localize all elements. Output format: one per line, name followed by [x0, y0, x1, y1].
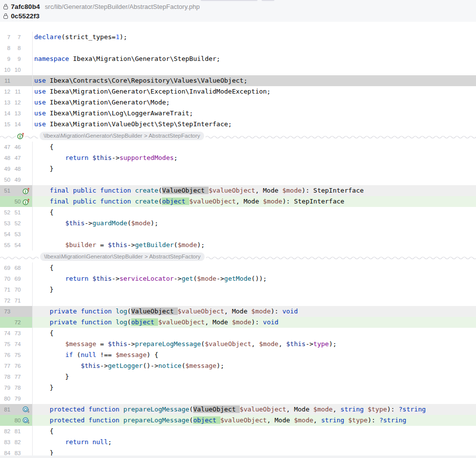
- line-number-old: 78: [0, 371, 10, 382]
- line-number-old: 8: [0, 43, 10, 53]
- gutter: 5352: [0, 218, 33, 229]
- diff-row-context[interactable]: 7574 $message = $this->prepareLogMessage…: [0, 339, 476, 350]
- code-line[interactable]: private function log(ValueObject $valueO…: [33, 306, 476, 317]
- code-line[interactable]: [33, 229, 476, 240]
- diff-row-context[interactable]: 7069 return $this->serviceLocator->get($…: [0, 273, 476, 284]
- diff-row-context[interactable]: 4948 }: [0, 163, 476, 174]
- code-line[interactable]: return $this->supportedModes;: [33, 153, 476, 163]
- line-number-new: 78: [10, 382, 21, 393]
- code-line[interactable]: }: [33, 284, 476, 295]
- diff-row-context[interactable]: 99namespace Ibexa\Migration\Generator\St…: [0, 53, 476, 64]
- diff-row-context[interactable]: 7271: [0, 295, 476, 306]
- diff-row-context[interactable]: 5251 {: [0, 207, 476, 218]
- code-token: protected function: [50, 406, 123, 413]
- code-line[interactable]: $builder = $this->getBuilder($mode);: [33, 240, 476, 251]
- collapsed-region-breadcrumb[interactable]: \Ibexa\Migration\Generator\StepBuilder >…: [40, 132, 204, 140]
- code-line[interactable]: use Ibexa\Migration\Log\LoggerAwareTrait…: [33, 108, 476, 119]
- code-line[interactable]: {: [33, 426, 476, 437]
- implements-method-icon[interactable]: I: [16, 132, 25, 140]
- overridden-method-icon[interactable]: O: [21, 415, 32, 426]
- code-line[interactable]: }: [33, 371, 476, 382]
- code-line[interactable]: $this->getLogger()->notice($message);: [33, 360, 476, 371]
- diff-row-context[interactable]: 5049: [0, 174, 476, 185]
- line-number-old: 53: [0, 218, 10, 229]
- implements-method-icon[interactable]: I: [21, 196, 32, 207]
- gutter: 11: [0, 75, 33, 86]
- line-number-old: 13: [0, 97, 10, 108]
- code-line[interactable]: namespace Ibexa\Migration\Generator\Step…: [33, 53, 476, 64]
- line-number-old: 55: [0, 240, 10, 251]
- code-line[interactable]: private function log(object $valueObject…: [33, 317, 476, 328]
- diff-row-context[interactable]: 1413use Ibexa\Migration\Log\LoggerAwareT…: [0, 108, 476, 119]
- diff-row-context[interactable]: 7776 $this->getLogger()->notice($message…: [0, 360, 476, 371]
- overridden-method-icon[interactable]: O: [21, 404, 32, 415]
- diff-row-context[interactable]: 8079: [0, 393, 476, 404]
- line-number-new: 48: [10, 163, 21, 174]
- code-line[interactable]: $message = $this->prepareLogMessage($val…: [33, 339, 476, 350]
- diff-row-context[interactable]: 7170 }: [0, 284, 476, 295]
- code-line[interactable]: {: [33, 207, 476, 218]
- code-line[interactable]: }: [33, 163, 476, 174]
- code-line[interactable]: final public function create(ValueObject…: [33, 185, 476, 196]
- diff-row-context[interactable]: 1211use Ibexa\Migration\Generator\Except…: [0, 86, 476, 97]
- diff-row-deleted[interactable]: 73 private function log(ValueObject $val…: [0, 306, 476, 317]
- gutter: 7170: [0, 284, 33, 295]
- code-line[interactable]: use Ibexa\Migration\Generator\Mode;: [33, 97, 476, 108]
- diff-row-context[interactable]: 5352 $this->guardMode($mode);: [0, 218, 476, 229]
- diff-row-context[interactable]: 4847 return $this->supportedModes;: [0, 153, 476, 163]
- code-line[interactable]: if (null !== $message) {: [33, 350, 476, 360]
- diff-row-added[interactable]: 72 private function log(object $valueObj…: [0, 317, 476, 328]
- diff-row-context[interactable]: 7675 if (null !== $message) {: [0, 350, 476, 360]
- line-number-old: 51: [0, 185, 10, 196]
- implements-method-icon[interactable]: I: [21, 185, 32, 196]
- code-line[interactable]: [33, 393, 476, 404]
- code-line[interactable]: $this->guardMode($mode);: [33, 218, 476, 229]
- collapsed-region[interactable]: \Ibexa\Migration\Generator\StepBuilder >…: [0, 251, 476, 262]
- diff-row-deleted[interactable]: 11use Ibexa\Contracts\Core\Repository\Va…: [0, 75, 476, 86]
- gutter-icon-slot: [21, 32, 32, 43]
- code-line[interactable]: {: [33, 328, 476, 339]
- code-line[interactable]: }: [33, 382, 476, 393]
- code-line[interactable]: protected function prepareLogMessage(obj…: [33, 415, 476, 426]
- diff-row-context[interactable]: 1514use Ibexa\Migration\ValueObject\Step…: [0, 119, 476, 130]
- diff-row-added[interactable]: 80O protected function prepareLogMessage…: [0, 415, 476, 426]
- diff-row-deleted[interactable]: 51I final public function create(ValueOb…: [0, 185, 476, 196]
- diff-row-deleted[interactable]: 81O protected function prepareLogMessage…: [0, 404, 476, 415]
- code-line[interactable]: declare(strict_types=1);: [33, 32, 476, 43]
- diff-row-context[interactable]: 77declare(strict_types=1);: [0, 32, 476, 43]
- code-line[interactable]: use Ibexa\Contracts\Core\Repository\Valu…: [33, 75, 476, 86]
- line-number-new: [10, 404, 21, 415]
- diff-row-context[interactable]: 5554 $builder = $this->getBuilder($mode)…: [0, 240, 476, 251]
- code-line[interactable]: use Ibexa\Migration\Generator\Exception\…: [33, 86, 476, 97]
- code-line[interactable]: use Ibexa\Migration\ValueObject\Step\Ste…: [33, 119, 476, 130]
- line-number-new: 46: [10, 142, 21, 153]
- code-line[interactable]: [33, 64, 476, 75]
- diff-row-context[interactable]: 7978 }: [0, 382, 476, 393]
- code-token: [34, 362, 81, 369]
- diff-row-context[interactable]: 1010: [0, 64, 476, 75]
- diff-row-context[interactable]: 8382 return null;: [0, 437, 476, 448]
- code-token: , Mode: [286, 406, 314, 413]
- code-token: $mode: [178, 241, 197, 249]
- code-line[interactable]: final public function create(object $val…: [33, 196, 476, 207]
- diff-row-context[interactable]: 88: [0, 43, 476, 53]
- diff-row-added[interactable]: 50I final public function create(object …: [0, 196, 476, 207]
- code-line[interactable]: [33, 174, 476, 185]
- code-line[interactable]: [33, 43, 476, 53]
- diff-row-context[interactable]: 5453: [0, 229, 476, 240]
- code-line[interactable]: [33, 295, 476, 306]
- code-token: }: [34, 373, 69, 380]
- code-line[interactable]: return null;: [33, 437, 476, 448]
- diff-row-context[interactable]: 6968 {: [0, 262, 476, 273]
- code-line[interactable]: {: [33, 262, 476, 273]
- code-line[interactable]: protected function prepareLogMessage(Val…: [33, 404, 476, 415]
- diff-row-context[interactable]: 4746 {: [0, 142, 476, 153]
- collapsed-region[interactable]: I\Ibexa\Migration\Generator\StepBuilder …: [0, 130, 476, 142]
- code-line[interactable]: return $this->serviceLocator->get($mode-…: [33, 273, 476, 284]
- diff-row-context[interactable]: 7877 }: [0, 371, 476, 382]
- diff-row-context[interactable]: 7473 {: [0, 328, 476, 339]
- code-line[interactable]: {: [33, 142, 476, 153]
- diff-row-context[interactable]: 8281 {: [0, 426, 476, 437]
- diff-row-context[interactable]: 1312use Ibexa\Migration\Generator\Mode;: [0, 97, 476, 108]
- collapsed-region-breadcrumb[interactable]: \Ibexa\Migration\Generator\StepBuilder >…: [40, 253, 205, 261]
